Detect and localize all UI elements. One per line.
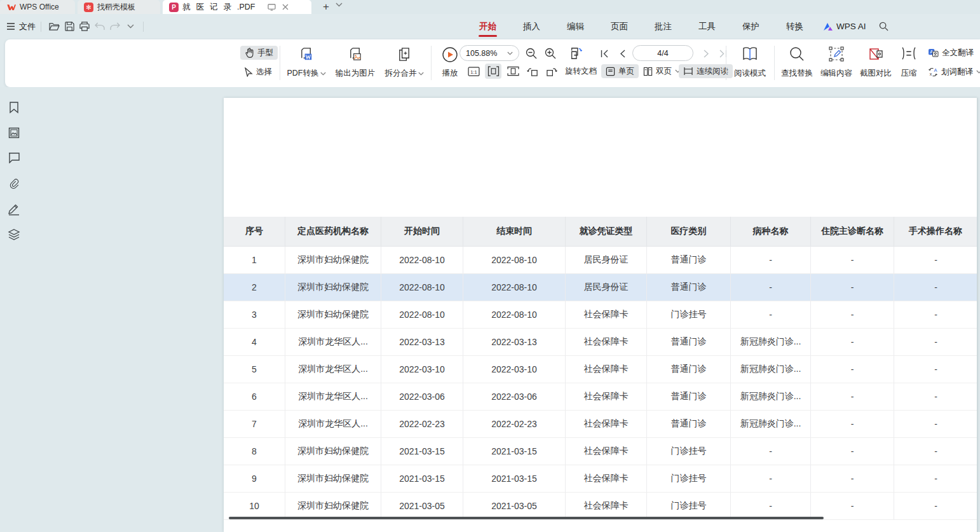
find-replace-button[interactable]: 查找替换 [778, 44, 816, 81]
table-cell: - [811, 465, 894, 493]
word-translate-button[interactable]: xA 划词翻译 [925, 65, 980, 79]
attachment-icon[interactable] [8, 177, 21, 191]
menu-item-protect[interactable]: 保护 [729, 15, 773, 39]
select-tool-button[interactable]: 选择 [240, 65, 276, 79]
table-header-cell: 序号 [224, 217, 285, 247]
table-cell: 居民身份证 [566, 247, 647, 274]
next-page-button[interactable] [699, 46, 713, 60]
zoom-out-button[interactable] [524, 46, 538, 60]
fit-width-button[interactable] [485, 64, 501, 79]
bookmark-icon[interactable] [8, 101, 21, 114]
wps-ai-button[interactable]: WPS AI [817, 22, 873, 31]
table-cell: - [731, 274, 811, 301]
table-cell: 2022-02-23 [463, 411, 566, 438]
menu-item-comment[interactable]: 批注 [641, 15, 685, 39]
zoom-level-select[interactable]: 105.88% [459, 45, 519, 61]
split-merge-icon [397, 46, 412, 62]
table-cell: 社会保障卡 [566, 356, 647, 383]
full-translate-button[interactable]: A 全文翻译 [925, 46, 976, 60]
read-mode-button[interactable]: 阅读模式 [730, 44, 770, 81]
table-cell: - [894, 411, 977, 438]
table-row[interactable]: 7深圳市龙华区人...2022-02-232022-02-23社会保障卡普通门诊… [224, 411, 977, 438]
first-page-button[interactable] [597, 46, 611, 60]
menu-search-button[interactable] [873, 22, 895, 31]
quickbar-chevron-icon[interactable] [123, 19, 138, 34]
horizontal-scrollbar-thumb[interactable] [229, 517, 824, 519]
comment-panel-icon[interactable] [8, 152, 21, 165]
table-row[interactable]: 5深圳市龙华区人...2022-03-102022-03-10社会保障卡普通门诊… [224, 356, 977, 383]
menu-item-convert[interactable]: 转换 [773, 15, 817, 39]
page-right-edge [977, 98, 977, 532]
table-cell: 2022-08-10 [463, 274, 566, 301]
table-row[interactable]: 4深圳市龙华区人...2022-03-132022-03-13社会保障卡普通门诊… [224, 329, 977, 356]
table-row[interactable]: 1深圳市妇幼保健院2022-08-102022-08-10居民身份证普通门诊--… [224, 247, 977, 274]
tab-document[interactable]: P 就医记录 .PDF [163, 0, 311, 14]
actual-size-button[interactable]: 1:1 [465, 64, 482, 79]
pdf-convert-button[interactable]: PDF转换 [285, 44, 328, 81]
table-row[interactable]: 9深圳市妇幼保健院2021-03-152021-03-15社会保障卡门诊挂号--… [224, 465, 977, 493]
save-icon[interactable] [62, 19, 77, 34]
table-cell: - [894, 383, 977, 411]
fit-height-button[interactable] [505, 64, 521, 79]
split-merge-button[interactable]: 拆分合并 [381, 44, 427, 81]
rotate-doc-label: 旋转文档 [565, 66, 597, 77]
hamburger-icon [6, 23, 15, 30]
table-cell: 门诊挂号 [647, 465, 731, 493]
file-menu-button[interactable]: 文件 [6, 21, 36, 32]
tab-docer[interactable]: ✻ 找稻壳模板 [78, 0, 160, 14]
table-cell: - [811, 247, 894, 274]
table-cell: 深圳市龙华区人... [285, 329, 381, 356]
prev-page-button[interactable] [615, 46, 629, 60]
open-file-icon[interactable] [46, 19, 62, 34]
undo-icon[interactable] [92, 19, 107, 34]
tab-wps-home[interactable]: WPS Office [0, 0, 75, 14]
menu-item-page[interactable]: 页面 [597, 15, 641, 39]
rotate-right-button[interactable] [543, 64, 559, 79]
single-page-button[interactable]: 单页 [601, 64, 639, 78]
thumbnails-icon[interactable] [8, 126, 21, 140]
table-row[interactable]: 6深圳市龙华区人...2022-03-062022-03-06社会保障卡普通门诊… [224, 383, 977, 411]
zoom-in-button[interactable] [543, 46, 557, 60]
screenshot-compare-label: 截图对比 [860, 68, 892, 79]
menu-item-edit[interactable]: 编辑 [554, 15, 597, 39]
present-monitor-icon[interactable] [268, 4, 276, 11]
signature-pen-icon[interactable] [8, 203, 21, 216]
table-row[interactable]: 10深圳市妇幼保健院2021-03-052021-03-05社会保障卡门诊挂号-… [224, 493, 977, 520]
play-icon [442, 46, 458, 63]
table-cell: 社会保障卡 [566, 493, 647, 520]
tab-list-chevron-icon[interactable] [336, 3, 343, 7]
new-tab-button[interactable]: + [319, 1, 333, 13]
svg-text:1:1: 1:1 [470, 69, 477, 74]
layers-icon[interactable] [8, 228, 21, 242]
table-row[interactable]: 8深圳市妇幼保健院2021-03-152021-03-15社会保障卡门诊挂号--… [224, 438, 977, 465]
menu-item-tools[interactable]: 工具 [685, 15, 729, 39]
fit-page-button[interactable] [569, 46, 583, 60]
table-cell: 2022-03-13 [381, 329, 463, 356]
rotate-left-button[interactable] [524, 64, 541, 79]
full-translate-label: 全文翻译 [942, 48, 974, 58]
compress-button[interactable]: 压缩 [895, 44, 923, 81]
table-cell: 深圳市妇幼保健院 [285, 274, 381, 301]
print-icon[interactable] [77, 19, 92, 34]
table-cell: - [811, 411, 894, 438]
export-image-button[interactable]: 输出为图片 [332, 44, 379, 81]
table-cell: 2022-02-23 [381, 411, 463, 438]
table-cell: 门诊挂号 [647, 438, 731, 465]
menu-item-home[interactable]: 开始 [466, 15, 510, 39]
screenshot-compare-button[interactable]: 截图对比 [857, 44, 895, 81]
fit-width-icon [487, 66, 500, 76]
redo-icon[interactable] [107, 19, 123, 34]
rotate-doc-button[interactable]: 旋转文档 [562, 64, 599, 78]
menu-item-insert[interactable]: 插入 [510, 15, 554, 39]
table-cell: 深圳市妇幼保健院 [285, 493, 381, 520]
table-row[interactable]: 3深圳市妇幼保健院2022-08-102022-08-10社会保障卡门诊挂号--… [224, 301, 977, 329]
edit-content-button[interactable]: 编辑内容 [817, 44, 855, 81]
close-tab-icon[interactable] [282, 4, 289, 10]
table-row[interactable]: 2深圳市妇幼保健院2022-08-102022-08-10居民身份证普通门诊--… [224, 274, 977, 301]
continuous-read-button[interactable]: 连续阅读 [679, 64, 733, 78]
hand-tool-button[interactable]: 手型 [240, 46, 278, 60]
page-number-input[interactable]: 4/4 [632, 45, 693, 61]
table-cell: 10 [224, 493, 285, 520]
last-page-button[interactable] [716, 46, 730, 60]
table-cell: - [811, 438, 894, 465]
